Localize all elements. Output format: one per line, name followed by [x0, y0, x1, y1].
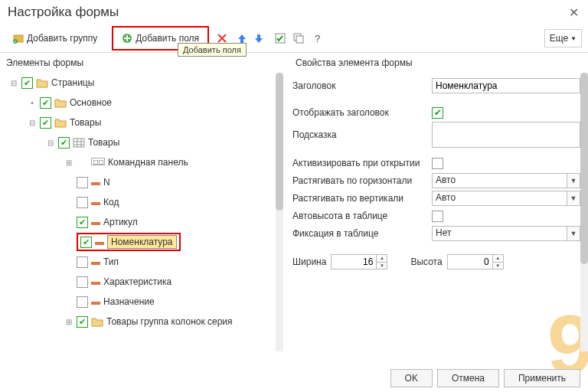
add-fields-label: Добавить поля [136, 33, 199, 44]
tree-row[interactable]: ⊟✔Товары [6, 113, 283, 132]
ok-button[interactable]: OK [390, 369, 433, 387]
tree-checkbox[interactable]: ✔ [40, 117, 51, 129]
delete-icon[interactable] [217, 33, 227, 44]
right-pane-title: Свойства элемента формы [289, 53, 588, 73]
chevron-down-icon[interactable]: ▼ [567, 173, 580, 188]
tree-row[interactable]: ⊞✔Товары группа колонок серия [6, 312, 283, 332]
add-group-button[interactable]: + Добавить группу [6, 29, 104, 47]
tree-row[interactable]: Код [6, 192, 283, 212]
tree-checkbox[interactable]: ✔ [21, 77, 33, 89]
tree-row[interactable]: ⊟✔Страницы [6, 73, 283, 93]
help-button[interactable]: ? [315, 33, 320, 44]
expander-icon[interactable]: ⊟ [46, 138, 55, 147]
tree-item-label: Характеристика [103, 276, 172, 287]
prop-show-title-checkbox[interactable]: ✔ [432, 107, 443, 119]
spin-down-icon[interactable]: ▼ [493, 263, 503, 270]
expander-icon[interactable]: ⊟ [9, 78, 18, 87]
expander-icon[interactable]: ⊟ [28, 118, 37, 127]
tree-row[interactable]: Назначение [6, 292, 283, 312]
plus-circle-icon [122, 33, 132, 44]
tree-row[interactable]: ⊟✔Товары [6, 132, 283, 152]
tree-scrollbar[interactable] [276, 73, 283, 351]
expander-icon[interactable]: ⊞ [64, 158, 74, 167]
tree-item-label: Командная панель [108, 157, 188, 168]
prop-activate-checkbox[interactable] [432, 158, 443, 169]
prop-width-spinner[interactable]: ▲ ▼ [377, 254, 387, 270]
tree-row[interactable]: Характеристика [6, 272, 283, 292]
move-down-icon[interactable] [253, 33, 264, 44]
tree-row[interactable]: ✔Номенклатура [6, 232, 283, 252]
folder-icon [36, 78, 48, 88]
expander-icon [64, 277, 74, 286]
tree-row[interactable]: N [6, 172, 283, 192]
tree-item-label: Назначение [103, 296, 155, 307]
prop-autoheight-checkbox[interactable] [432, 211, 443, 222]
tree-row[interactable]: Тип [6, 252, 283, 272]
tree-item-label: Страницы [51, 77, 94, 88]
tree-item-label: Основное [70, 97, 112, 108]
apply-button[interactable]: Применить [504, 369, 580, 387]
spin-down-icon[interactable]: ▼ [377, 263, 387, 270]
prop-title-input[interactable] [432, 78, 580, 93]
folder-icon [91, 317, 103, 327]
expander-icon [64, 198, 74, 207]
spin-up-icon[interactable]: ▲ [493, 255, 503, 263]
prop-stretch-v-label: Растягивать по вертикали [292, 193, 432, 204]
cancel-button[interactable]: Отмена [437, 369, 499, 387]
tree-checkbox[interactable] [77, 197, 88, 208]
svg-rect-7 [74, 139, 84, 147]
toolbar: + Добавить группу Добавить поля ? Еще ▼ … [0, 24, 588, 52]
tree-item-label: Товары [88, 137, 119, 148]
prop-stretch-v-select[interactable]: Авто ▼ [432, 191, 580, 206]
prop-hint-input[interactable] [432, 122, 580, 148]
chevron-down-icon[interactable]: ▼ [567, 191, 580, 206]
prop-stretch-h-select[interactable]: Авто ▼ [432, 173, 580, 188]
command-panel-icon [91, 158, 105, 165]
folder-icon [54, 118, 67, 128]
expander-icon [64, 257, 74, 266]
expander-icon[interactable]: • [28, 98, 37, 107]
tree-checkbox[interactable]: ✔ [77, 217, 88, 228]
tree-row[interactable]: ✔Артикул [6, 212, 283, 232]
tree-checkbox[interactable]: ✔ [40, 97, 51, 109]
check-list-icon[interactable] [275, 33, 286, 44]
prop-autoheight-label: Автовысота в таблице [292, 211, 432, 221]
folder-plus-icon: + [13, 33, 24, 44]
add-group-label: Добавить группу [27, 33, 97, 44]
copy-icon[interactable] [293, 33, 304, 44]
chevron-down-icon[interactable]: ▼ [567, 226, 580, 241]
tree-checkbox[interactable] [77, 276, 88, 288]
tree-checkbox[interactable] [77, 296, 88, 308]
field-icon [95, 242, 104, 245]
prop-fix-select[interactable]: Нет ▼ [432, 226, 580, 241]
close-icon[interactable]: ✕ [569, 5, 579, 20]
tree-checkbox[interactable] [77, 177, 88, 188]
field-icon [91, 202, 100, 205]
more-label: Еще [550, 33, 568, 44]
chevron-down-icon: ▼ [570, 35, 577, 42]
tree-checkbox[interactable]: ✔ [58, 137, 70, 149]
tree-row[interactable]: ⊞Командная панель [6, 152, 283, 172]
prop-hint-label: Подсказка [292, 129, 432, 140]
move-up-icon[interactable] [237, 33, 247, 44]
prop-height-input[interactable] [447, 254, 493, 270]
tree-scrollbar-thumb[interactable] [276, 73, 283, 211]
expander-icon [64, 237, 74, 247]
tree-checkbox[interactable]: ✔ [77, 316, 88, 328]
more-button[interactable]: Еще ▼ [544, 29, 582, 47]
tree-item-label: Тип [103, 256, 119, 267]
tree-item-label: Товары [70, 117, 101, 128]
tree-row[interactable]: •✔Основное [6, 93, 283, 113]
tree-item-label: Товары группа колонок серия [106, 316, 233, 327]
prop-activate-label: Активизировать при открытии [292, 158, 432, 168]
prop-width-input[interactable] [331, 254, 377, 270]
spin-up-icon[interactable]: ▲ [377, 255, 387, 263]
tree-checkbox[interactable] [77, 256, 88, 268]
props-scrollbar[interactable] [580, 73, 588, 351]
tree-checkbox[interactable]: ✔ [80, 237, 92, 248]
elements-tree[interactable]: ⊟✔Страницы•✔Основное⊟✔Товары⊟✔Товары⊞Ком… [6, 73, 283, 351]
prop-height-spinner[interactable]: ▲ ▼ [493, 254, 504, 270]
props-scrollbar-thumb[interactable] [580, 73, 588, 264]
prop-show-title-label: Отображать заголовок [292, 107, 432, 118]
expander-icon[interactable]: ⊞ [64, 317, 74, 326]
